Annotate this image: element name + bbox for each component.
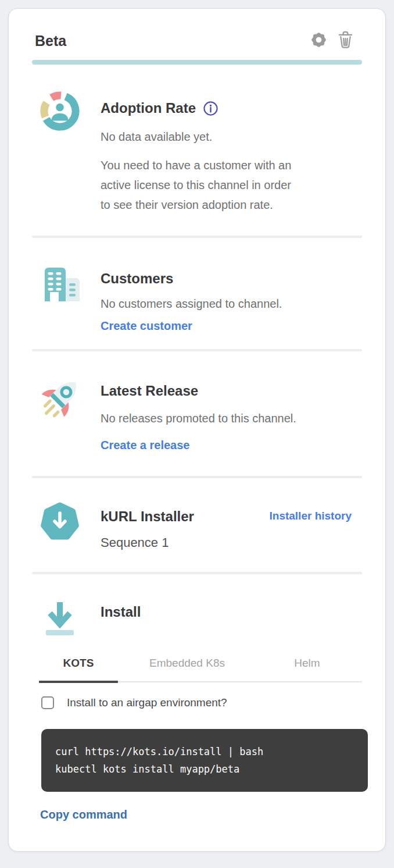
card-header: Beta	[32, 31, 362, 51]
settings-button[interactable]	[310, 31, 328, 51]
trash-icon	[337, 30, 354, 51]
header-actions	[310, 30, 362, 51]
kurl-installer-icon	[39, 501, 81, 545]
section-divider	[32, 572, 362, 574]
adoption-rate-description: You need to have a customer with an acti…	[101, 155, 362, 215]
latest-release-title: Latest Release	[101, 381, 198, 401]
latest-release-status: No releases promoted to this channel.	[101, 409, 362, 428]
customers-status: No customers assigned to channel.	[101, 294, 362, 313]
airgap-checkbox[interactable]	[41, 696, 54, 709]
gear-icon	[310, 31, 328, 51]
adoption-rate-icon	[39, 90, 81, 134]
channel-title: Beta	[35, 33, 66, 49]
section-divider	[32, 476, 362, 478]
channel-card: Beta	[8, 8, 386, 852]
customers-icon	[39, 263, 81, 307]
install-section: Install	[32, 597, 362, 642]
section-divider	[32, 349, 362, 351]
install-command-line: kubectl kots install myapp/beta	[55, 760, 357, 778]
channel-accent-bar	[32, 60, 362, 65]
airgap-label: Install to an airgap environment?	[67, 696, 227, 709]
latest-release-section: Latest Release No releases promoted to t…	[32, 375, 362, 454]
airgap-row[interactable]: Install to an airgap environment?	[41, 696, 362, 709]
create-release-link[interactable]: Create a release	[101, 436, 189, 454]
adoption-rate-status: No data available yet.	[101, 127, 362, 146]
tab-kots[interactable]: KOTS	[39, 654, 118, 681]
install-command-block: curl https://kots.io/install | bash kube…	[41, 729, 368, 792]
kurl-installer-section: kURL Installer Installer history Sequenc…	[32, 501, 362, 552]
tab-helm[interactable]: Helm	[256, 654, 358, 681]
adoption-rate-section: Adoption Rate No data available yet. You…	[32, 90, 362, 215]
customers-section: Customers No customers assigned to chann…	[32, 263, 362, 335]
kurl-installer-title: kURL Installer	[101, 507, 194, 527]
adoption-rate-title: Adoption Rate	[101, 98, 196, 118]
install-title: Install	[101, 602, 141, 622]
install-icon	[39, 597, 81, 642]
copy-command-link[interactable]: Copy command	[40, 806, 127, 823]
create-customer-link[interactable]: Create customer	[101, 316, 192, 335]
installer-history-link[interactable]: Installer history	[270, 507, 352, 525]
tab-embedded-k8s[interactable]: Embedded K8s	[118, 654, 256, 681]
section-divider	[32, 236, 362, 238]
customers-title: Customers	[101, 269, 173, 289]
install-command-line: curl https://kots.io/install | bash	[55, 743, 357, 760]
rocket-icon	[39, 375, 81, 422]
info-icon[interactable]	[203, 101, 219, 116]
install-tabs: KOTS Embedded K8s Helm	[39, 654, 362, 682]
delete-button[interactable]	[337, 30, 354, 51]
kurl-sequence: Sequence 1	[101, 533, 362, 552]
